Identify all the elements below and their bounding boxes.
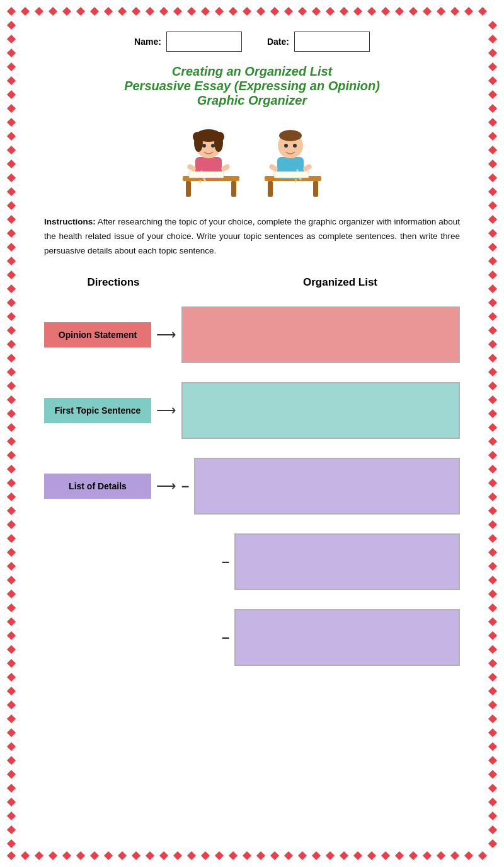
svg-rect-18 [313,181,318,197]
name-label: Name: [134,37,161,47]
date-label: Date: [267,37,289,47]
directions-heading: Directions [44,276,183,289]
instructions: Instructions: After researching the topi… [44,215,460,259]
svg-rect-1 [186,181,191,197]
instructions-bold: Instructions: [44,217,96,226]
details-write-box-3[interactable] [234,609,460,666]
organized-heading: Organized List [220,276,460,289]
details-sub-row-3: – [44,609,460,666]
svg-rect-17 [268,181,273,197]
title-section: Creating an Organized List Persuasive Es… [44,64,460,108]
svg-rect-2 [231,181,236,197]
details-label: List of Details [44,474,151,499]
svg-rect-12 [186,163,197,172]
instructions-text: After researching the topic of your choi… [44,217,460,255]
illustration [44,119,460,204]
svg-rect-28 [189,172,224,178]
details-write-box-2[interactable] [234,533,460,590]
svg-marker-27 [295,179,297,183]
topic-write-box[interactable] [181,382,460,439]
details-sub-row-2: – [44,533,460,590]
svg-point-22 [284,144,288,148]
title-line3: Graphic Organizer [44,93,460,108]
opinion-write-box[interactable] [181,306,460,363]
svg-point-10 [202,144,206,148]
details-dash-1: – [181,478,189,494]
svg-rect-29 [274,172,309,178]
name-input[interactable] [166,32,242,52]
topic-arrow: ⟶ [156,402,176,419]
svg-rect-13 [220,163,231,172]
title-line1: Creating an Organized List [44,64,460,79]
header-row: Name: Date: [44,32,460,52]
svg-point-21 [279,130,302,141]
svg-point-11 [211,144,215,148]
details-row: List of Details ⟶ – [44,458,460,515]
details-arrow: ⟶ [156,478,176,494]
svg-point-8 [193,132,203,142]
details-dash-2: – [222,554,229,570]
svg-rect-25 [302,163,312,172]
opinion-label: Opinion Statement [44,322,151,347]
svg-rect-24 [268,163,278,172]
svg-marker-15 [199,180,201,185]
details-dash-3: – [222,629,229,646]
topic-label: First Topic Sentence [44,398,151,423]
svg-point-23 [293,144,297,148]
opinion-row: Opinion Statement ⟶ [44,306,460,363]
topic-row: First Topic Sentence ⟶ [44,382,460,439]
details-write-box-1[interactable] [194,458,460,515]
svg-point-9 [214,132,224,142]
title-line2: Persuasive Essay (Expressing an Opinion) [44,79,460,93]
opinion-arrow: ⟶ [156,327,176,343]
date-input[interactable] [294,32,370,52]
